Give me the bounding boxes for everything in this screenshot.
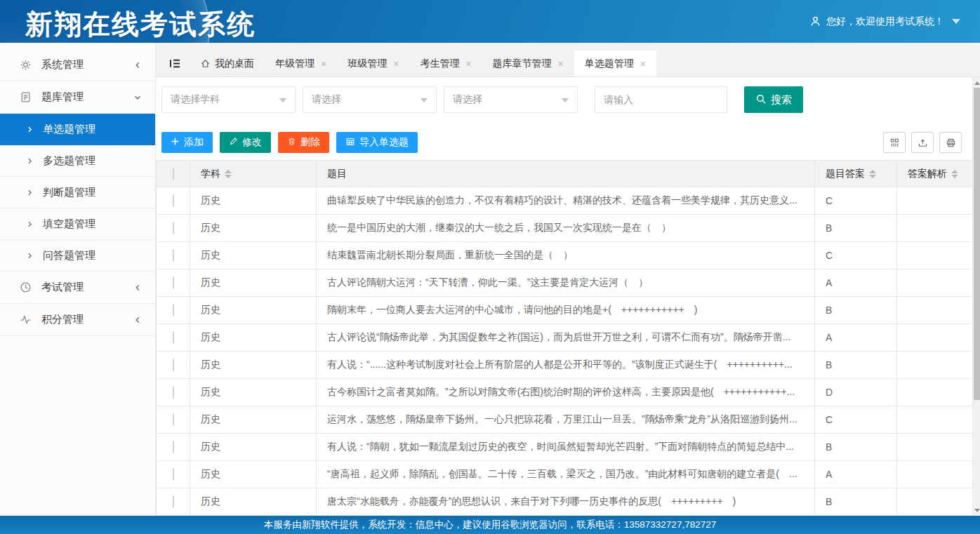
tab-label: 班级管理 bbox=[347, 58, 387, 70]
cell-question: 有人说：“隋朝，犹如一颗流星划过历史的夜空，时间虽然短暂却光芒四射。”下面对隋朝… bbox=[317, 434, 815, 461]
sidebar-item-points-mgmt[interactable]: 积分管理 bbox=[0, 304, 155, 336]
chevron-right-icon bbox=[25, 125, 34, 134]
user-icon bbox=[809, 15, 821, 27]
edit-button[interactable]: 修改 bbox=[220, 132, 271, 153]
sidebar-item-label: 单选题管理 bbox=[43, 123, 95, 136]
select-arrow-icon bbox=[279, 98, 286, 102]
tab-close-icon[interactable]: × bbox=[393, 58, 399, 69]
sidebar-item-label: 判断题管理 bbox=[43, 186, 95, 199]
row-checkbox[interactable] bbox=[173, 276, 174, 289]
row-checkbox[interactable] bbox=[173, 386, 174, 399]
sort-icon[interactable] bbox=[869, 170, 876, 178]
delete-button[interactable]: 删除 bbox=[278, 132, 329, 153]
vertical-scrollbar bbox=[972, 77, 980, 516]
sidebar-item-label: 系统管理 bbox=[41, 58, 133, 72]
row-checkbox[interactable] bbox=[173, 359, 174, 371]
tab-chapter-mgmt[interactable]: 题库章节管理 × bbox=[482, 51, 574, 76]
row-checkbox[interactable] bbox=[173, 468, 174, 481]
sidebar-item-true-false-mgmt[interactable]: 判断题管理 bbox=[0, 177, 155, 208]
cell-analysis bbox=[897, 406, 973, 434]
print-icon[interactable] bbox=[939, 132, 962, 153]
add-button-label: 添加 bbox=[184, 136, 204, 149]
sidebar-item-exam-mgmt[interactable]: 考试管理 bbox=[0, 272, 155, 304]
table-tools bbox=[883, 132, 962, 153]
select-placeholder: 请选择 bbox=[453, 93, 482, 106]
cell-answer: A bbox=[815, 324, 897, 352]
add-button[interactable]: 添加 bbox=[161, 132, 213, 153]
sidebar-item-label: 问答题管理 bbox=[43, 249, 95, 262]
tab-close-icon[interactable]: × bbox=[558, 58, 564, 69]
row-checkbox[interactable] bbox=[173, 304, 174, 316]
welcome-text: 您好，欢迎使用考试系统！ bbox=[826, 15, 944, 28]
scrollbar-thumb[interactable] bbox=[974, 88, 980, 400]
cell-answer: C bbox=[815, 406, 897, 434]
sidebar-item-question-bank-mgmt[interactable]: 题库管理 bbox=[0, 81, 155, 114]
tab-single-choice-mgmt[interactable]: 单选题管理 × bbox=[574, 51, 656, 76]
cell-analysis bbox=[897, 461, 973, 488]
row-checkbox[interactable] bbox=[173, 331, 174, 344]
tab-class-mgmt[interactable]: 班级管理 × bbox=[337, 51, 409, 76]
cell-subject: 历史 bbox=[190, 352, 317, 379]
search-button[interactable]: 搜索 bbox=[744, 86, 803, 113]
sort-icon[interactable] bbox=[951, 170, 958, 178]
chevron-left-icon bbox=[133, 60, 143, 70]
column-header-question: 题目 bbox=[327, 168, 347, 179]
table-row: 历史 “唐高祖，起义师，除隋乱，创国基。二十传，三百载，梁灭之，国乃改。”由此材… bbox=[157, 461, 973, 488]
tab-my-desktop[interactable]: 我的桌面 bbox=[190, 51, 265, 76]
export-icon[interactable] bbox=[911, 132, 934, 153]
keyword-input[interactable] bbox=[595, 86, 727, 113]
tab-bar: 我的桌面 年级管理 × 班级管理 × 考生管理 × 题库章节管理 × 单选题管理… bbox=[156, 43, 980, 77]
sidebar-item-qa-mgmt[interactable]: 问答题管理 bbox=[0, 240, 155, 272]
cell-answer: B bbox=[815, 488, 897, 516]
tab-grade-mgmt[interactable]: 年级管理 × bbox=[265, 51, 337, 76]
subject-select[interactable]: 请选择学科 bbox=[161, 86, 296, 113]
chevron-left-icon bbox=[133, 283, 143, 293]
sidebar-item-single-choice-mgmt[interactable]: 单选题管理 bbox=[0, 114, 155, 145]
cell-subject: 历史 bbox=[190, 488, 317, 516]
row-checkbox[interactable] bbox=[173, 222, 174, 234]
cell-analysis bbox=[897, 187, 973, 215]
cell-analysis bbox=[897, 352, 973, 379]
questions-table: 学科 题目 题目答案 答案解析 历史 曲辕犁反映了中华民族的创造力，不仅有着精巧… bbox=[156, 160, 973, 516]
cell-subject: 历史 bbox=[190, 379, 317, 406]
cell-question: 有人说：“......这种考试制度对社会上所有阶层的人都是公开和平等的。”该制度… bbox=[317, 352, 815, 379]
scroll-down-icon[interactable] bbox=[974, 507, 980, 514]
user-menu[interactable]: 您好，欢迎使用考试系统！ bbox=[809, 0, 960, 43]
sort-icon[interactable] bbox=[225, 170, 232, 178]
tab-close-icon[interactable]: × bbox=[465, 58, 471, 69]
cell-subject: 历史 bbox=[190, 242, 317, 269]
sidebar-item-fill-blank-mgmt[interactable]: 填空题管理 bbox=[0, 208, 155, 240]
select-all-checkbox[interactable] bbox=[173, 168, 174, 180]
filter-select-2[interactable]: 请选择 bbox=[303, 86, 437, 113]
column-header-answer: 题目答案 bbox=[826, 168, 865, 180]
table-row: 历史 结束魏晋南北朝长期分裂局面，重新统一全国的是（ ） C bbox=[157, 242, 973, 269]
row-checkbox[interactable] bbox=[173, 441, 174, 453]
row-checkbox[interactable] bbox=[173, 194, 174, 207]
tab-label: 考生管理 bbox=[420, 58, 459, 70]
select-arrow-icon bbox=[421, 98, 428, 102]
collapse-sidebar-icon[interactable] bbox=[163, 51, 187, 76]
cell-question: 古人评论隋朝大运河：“天下转漕，仰此一渠。”这主要是肯定大运河（ ） bbox=[317, 269, 815, 297]
sidebar-item-system-mgmt[interactable]: 系统管理 bbox=[0, 49, 155, 81]
toolbar: 添加 修改 删除 导入单选题 bbox=[156, 113, 980, 153]
tab-examinee-mgmt[interactable]: 考生管理 × bbox=[409, 51, 482, 76]
column-header-subject: 学科 bbox=[201, 168, 220, 180]
row-checkbox[interactable] bbox=[173, 413, 174, 426]
table-header-row: 学科 题目 题目答案 答案解析 bbox=[157, 161, 973, 187]
toggle-columns-icon[interactable] bbox=[883, 132, 906, 153]
row-checkbox[interactable] bbox=[173, 495, 174, 508]
select-placeholder: 请选择 bbox=[312, 93, 341, 106]
tab-close-icon[interactable]: × bbox=[640, 58, 646, 69]
cell-question: 古人评论说“隋炀帝此举，为其国促数年之祚(国运)，而为后世开万世之利，可谓不仁而… bbox=[317, 324, 815, 352]
tab-label: 题库章节管理 bbox=[493, 58, 552, 70]
cell-answer: B bbox=[815, 215, 897, 242]
cell-analysis bbox=[897, 215, 973, 242]
scroll-up-icon[interactable] bbox=[974, 79, 980, 86]
cell-subject: 历史 bbox=[190, 297, 317, 324]
document-icon bbox=[20, 91, 32, 103]
import-button[interactable]: 导入单选题 bbox=[336, 132, 418, 153]
filter-select-3[interactable]: 请选择 bbox=[444, 86, 578, 113]
sidebar-item-multi-choice-mgmt[interactable]: 多选题管理 bbox=[0, 145, 155, 177]
row-checkbox[interactable] bbox=[173, 249, 174, 262]
tab-close-icon[interactable]: × bbox=[321, 58, 326, 69]
